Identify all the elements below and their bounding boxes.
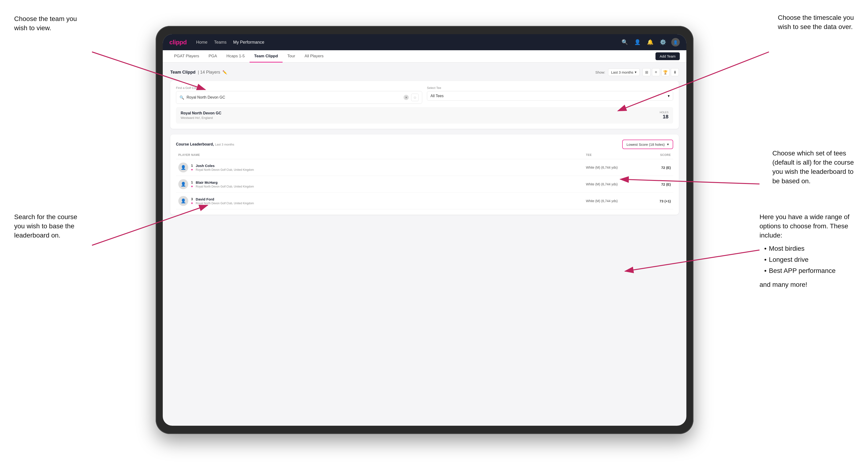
tab-tour[interactable]: Tour	[283, 51, 300, 63]
options-list: •Most birdies •Longest drive •Best APP p…	[764, 244, 854, 276]
rank-heart-3: 3 ♥	[191, 197, 193, 205]
navbar: clippd Home Teams My Performance 🔍 👤 🔔 ⚙…	[163, 34, 686, 50]
annotation-mid-right: Choose which set of tees (default is all…	[772, 149, 854, 186]
leaderboard-section: Course Leaderboard, Last 3 months Lowest…	[170, 134, 679, 215]
leaderboard-title: Course Leaderboard,	[176, 142, 214, 146]
nav-my-performance[interactable]: My Performance	[233, 39, 265, 46]
select-tee-group: Select Tee All Tees ▾	[427, 86, 673, 104]
player-avatar-1: 👤	[178, 162, 188, 173]
show-label: Show:	[595, 70, 605, 74]
rank-heart-1: 1 ♥	[191, 164, 193, 172]
course-search-input-wrapper[interactable]: 🔍 ✕ ☆	[176, 91, 422, 104]
player-avatar-3: 👤	[178, 196, 188, 206]
player-cell-2: 👤 1 ♥ Blair McHarg Royal North Devon Gol…	[178, 179, 258, 189]
tab-pga[interactable]: PGA	[204, 51, 222, 63]
player-cell-1: 👤 1 ♥ Josh Coles Royal North Devon Golf …	[178, 162, 258, 173]
ipad-screen: clippd Home Teams My Performance 🔍 👤 🔔 ⚙…	[163, 34, 686, 426]
add-team-button[interactable]: Add Team	[655, 52, 680, 60]
col-tee: TEE	[586, 153, 633, 157]
view-icons: ⊞ ≡ 🏆 ⬇	[643, 68, 679, 76]
tee-cell-1: White (M) (6,744 yds)	[586, 165, 633, 169]
heart-icon-3: ♥	[191, 201, 193, 205]
team-header: Team Clippd | 14 Players ✏️ Show: Last 3…	[170, 68, 679, 76]
tee-select[interactable]: All Tees ▾	[427, 91, 673, 101]
outro-text: and many more!	[760, 280, 854, 289]
favorite-btn[interactable]: ☆	[411, 94, 418, 101]
course-search-section: Find a Golf Course 🔍 ✕ ☆ Select Tee	[170, 81, 679, 129]
player-info-2: Blair McHarg Royal North Devon Golf Club…	[196, 181, 254, 188]
col-score: SCORE	[633, 153, 671, 157]
table-header: PLAYER NAME TEE SCORE	[176, 153, 673, 159]
find-course-group: Find a Golf Course 🔍 ✕ ☆	[176, 86, 422, 104]
tee-dropdown-chevron: ▾	[668, 94, 670, 98]
table-row: 👤 1 ♥ Blair McHarg Royal North Devon Gol…	[176, 176, 673, 193]
player-cell-3: 👤 3 ♥ David Ford Royal North Devon Golf …	[178, 196, 258, 206]
rank-3: 3	[191, 197, 193, 201]
holes-number: 18	[660, 114, 669, 120]
grid-view-btn[interactable]: ⊞	[643, 68, 651, 76]
user-avatar[interactable]: 👤	[671, 38, 680, 46]
player-info-1: Josh Coles Royal North Devon Golf Club, …	[196, 164, 254, 172]
player-club-3: Royal North Devon Golf Club, United King…	[196, 201, 254, 205]
player-name-1: Josh Coles	[196, 164, 254, 168]
score-cell-3: 73 (+1)	[633, 199, 671, 203]
bullet-1: •Most birdies	[764, 244, 854, 253]
holes-label: Holes	[660, 111, 669, 114]
main-content: Team Clippd | 14 Players ✏️ Show: Last 3…	[163, 63, 686, 426]
bell-icon-btn[interactable]: 🔔	[646, 38, 654, 46]
sub-nav: PGAT Players PGA Hcaps 1-5 Team Clippd T…	[163, 50, 686, 63]
tab-pgat-players[interactable]: PGAT Players	[169, 51, 204, 63]
course-result: Royal North Devon GC Westward Ho!, Engla…	[176, 107, 673, 124]
leaderboard-subtitle: Last 3 months	[215, 143, 234, 146]
tab-team-clippd[interactable]: Team Clippd	[250, 51, 283, 63]
bullet-2: •Longest drive	[764, 255, 854, 264]
col-player-name: PLAYER NAME	[178, 153, 258, 157]
nav-home[interactable]: Home	[196, 39, 208, 46]
score-dropdown-chevron: ▾	[667, 142, 669, 147]
team-name: Team Clippd	[170, 70, 195, 75]
annotation-bottom-right: Here you have a wide range of options to…	[760, 212, 854, 289]
score-cell-2: 72 (E)	[633, 182, 671, 186]
col-empty	[258, 153, 586, 157]
annotation-top-left: Choose the team you wish to view.	[14, 14, 77, 33]
trophy-view-btn[interactable]: 🏆	[661, 68, 670, 76]
score-cell-1: 72 (E)	[633, 165, 671, 169]
nav-teams[interactable]: Teams	[214, 39, 227, 46]
score-dropdown[interactable]: Lowest Score (18 holes) ▾	[622, 139, 673, 149]
player-info-3: David Ford Royal North Devon Golf Club, …	[196, 197, 254, 205]
search-icon-btn[interactable]: 🔍	[620, 38, 629, 46]
leaderboard-header: Course Leaderboard, Last 3 months Lowest…	[176, 139, 673, 149]
ipad-device: clippd Home Teams My Performance 🔍 👤 🔔 ⚙…	[156, 26, 693, 434]
annotation-bottom-left: Search for the course you wish to base t…	[14, 212, 78, 240]
rank-2: 1	[191, 181, 193, 184]
download-btn[interactable]: ⬇	[671, 68, 679, 76]
app-logo: clippd	[169, 39, 187, 46]
heart-icon-1: ♥	[191, 168, 193, 172]
team-header-right: Show: Last 3 months ▾ ⊞ ≡ 🏆 ⬇	[595, 68, 679, 76]
course-result-name: Royal North Devon GC	[181, 111, 221, 115]
tee-select-value: All Tees	[431, 94, 444, 98]
course-search-row: Find a Golf Course 🔍 ✕ ☆ Select Tee	[176, 86, 673, 104]
edit-team-icon[interactable]: ✏️	[222, 70, 227, 74]
table-row: 👤 3 ♥ David Ford Royal North Devon Golf …	[176, 193, 673, 210]
tab-all-players[interactable]: All Players	[300, 51, 328, 63]
heart-icon-2: ♥	[191, 185, 193, 188]
course-search-input[interactable]	[187, 95, 401, 99]
table-row: 👤 1 ♥ Josh Coles Royal North Devon Golf …	[176, 159, 673, 176]
player-name-2: Blair McHarg	[196, 181, 254, 184]
settings-icon-btn[interactable]: ⚙️	[658, 38, 667, 46]
leaderboard-table: PLAYER NAME TEE SCORE 👤 1 ♥	[176, 153, 673, 210]
app-container: clippd Home Teams My Performance 🔍 👤 🔔 ⚙…	[163, 34, 686, 426]
list-view-btn[interactable]: ≡	[652, 68, 660, 76]
show-dropdown[interactable]: Last 3 months ▾	[608, 68, 640, 76]
player-avatar-2: 👤	[178, 179, 188, 189]
team-title-group: Team Clippd | 14 Players ✏️	[170, 70, 227, 75]
player-name-3: David Ford	[196, 197, 254, 201]
tee-cell-3: White (M) (6,744 yds)	[586, 199, 633, 203]
clear-search-btn[interactable]: ✕	[404, 95, 409, 100]
find-course-label: Find a Golf Course	[176, 86, 422, 90]
tee-cell-2: White (M) (6,744 yds)	[586, 182, 633, 186]
tab-hcaps[interactable]: Hcaps 1-5	[222, 51, 249, 63]
course-result-info: Royal North Devon GC Westward Ho!, Engla…	[181, 111, 221, 120]
users-icon-btn[interactable]: 👤	[633, 38, 642, 46]
